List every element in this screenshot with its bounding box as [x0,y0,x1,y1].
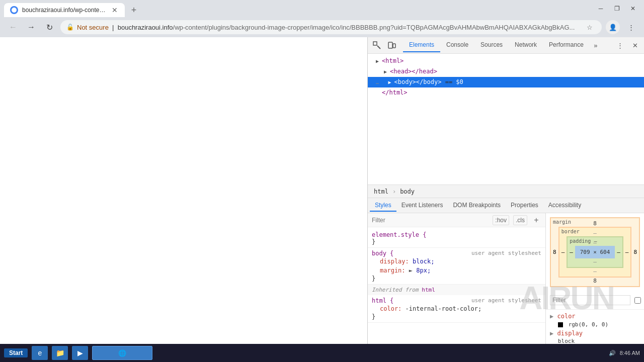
box-model-content: 709 × 604 [575,246,615,258]
computed-filter-input[interactable] [550,295,630,305]
more-tabs-button[interactable]: » [590,38,602,52]
url-path: /wp-content/plugins/background-image-cro… [173,24,575,31]
device-toolbar-button[interactable] [385,38,399,52]
svg-rect-2 [388,42,392,48]
dom-line-head[interactable]: ▶<head></head> [368,66,644,77]
tab-performance[interactable]: Performance [543,38,590,52]
back-button[interactable]: ← [6,20,20,34]
css-rule-body: body { user agent stylesheet display: bl… [368,248,545,285]
profile-button[interactable]: 👤 [606,20,620,34]
taskbar-tray: 🔊 8:46 AM [609,350,640,356]
svg-rect-3 [393,44,395,48]
taskbar-media-button[interactable]: ▶ [72,346,88,360]
taskbar-chrome-button[interactable]: 🌐 [92,346,152,360]
devtools-tabs: Elements Console Sources Network Perform… [403,38,613,52]
tab-close-button[interactable]: ✕ [111,6,119,14]
add-style-button[interactable]: + [531,215,541,225]
styles-left: :hov .cls + element.style { } [368,213,546,344]
styles-right: margin 8 8 border – – [546,213,644,344]
css-prop-color: color: -internal-root-color; [372,304,541,313]
expand-display-arrow[interactable]: ▶ [550,330,553,337]
maximize-button[interactable]: ❐ [610,4,624,14]
subtab-styles[interactable]: Styles [370,200,396,212]
css-source-body: user agent stylesheet [471,250,541,256]
devtools-icons [370,38,399,52]
box-model-border-right: – [625,249,629,255]
element-breadcrumb: html › body [368,185,644,198]
css-close-brace: } [372,238,375,245]
box-model-border-label: border [561,229,580,234]
box-model: margin 8 8 border – – [546,213,644,291]
title-bar: bouchraziraoui.info/wp-content/plug... ✕… [0,0,644,17]
box-model-border-left: – [561,249,565,255]
css-prop-display: display: block; [372,257,541,266]
sub-tabs: Styles Event Listeners DOM Breakpoints P… [368,198,644,213]
dom-inspector: ▶<html> ▶<head></head> … ▶<body></body> … [368,54,644,185]
dom-line-html[interactable]: ▶<html> [368,56,644,66]
security-icon: 🔓 [66,24,74,31]
box-model-padding-right: – [617,249,620,255]
subtab-properties[interactable]: Properties [506,200,543,212]
close-button[interactable]: ✕ [626,4,640,14]
address-bar: ← → ↻ 🔓 Not secure | bouchraziraoui.info… [0,17,644,37]
styles-panel: :hov .cls + element.style { } [368,213,644,344]
devtools-actions: ⋮ ✕ [613,38,642,52]
computed-color-value: rgb(0, 0, 0) [550,321,640,329]
box-model-border-bottom: – [561,268,629,275]
subtab-event-listeners[interactable]: Event Listeners [396,200,448,212]
css-selector-body: body { [372,250,393,257]
box-model-margin-label: margin [553,219,571,225]
chrome-icon: 🌐 [118,349,126,357]
devtools-topbar: Elements Console Sources Network Perform… [368,37,644,54]
chrome-menu-button[interactable]: ⋮ [624,20,638,34]
hov-pseudo-button[interactable]: :hov [493,215,509,225]
start-button[interactable]: Start [4,348,28,357]
filter-bar: :hov .cls + [368,213,545,227]
taskbar-folder-button[interactable]: 📁 [52,346,68,360]
color-swatch [558,322,563,327]
box-model-margin-bottom: 8 [553,278,637,284]
tab-elements[interactable]: Elements [403,38,440,52]
tab-console[interactable]: Console [440,38,474,52]
inspect-element-button[interactable] [370,38,384,52]
bottom-panel: html › body Styles Event Listeners DOM B… [368,185,644,344]
minimize-button[interactable]: ─ [594,4,608,14]
clock: 8:46 AM [620,350,640,356]
show-all-checkbox[interactable] [634,297,641,304]
folder-icon: 📁 [56,349,64,357]
url-origin: bouchraziraoui.info [118,24,173,31]
css-rules: element.style { } body { user agent styl… [368,227,545,344]
tab-sources[interactable]: Sources [474,38,509,52]
breadcrumb-html[interactable]: html [372,187,390,196]
subtab-accessibility[interactable]: Accessibility [543,200,586,212]
breadcrumb-body[interactable]: body [398,187,417,196]
css-rule-element-style: element.style { } [368,229,545,248]
ie-icon: e [38,349,42,357]
forward-button[interactable]: → [24,20,38,34]
subtab-dom-breakpoints[interactable]: DOM Breakpoints [448,200,506,212]
inherited-from-html: Inherited from html [368,285,545,295]
expand-color-arrow[interactable]: ▶ [550,313,553,320]
bookmark-button[interactable]: ☆ [584,21,596,33]
taskbar-ie-button[interactable]: e [32,346,48,360]
reload-button[interactable]: ↻ [42,20,56,34]
new-tab-button[interactable]: + [127,3,141,17]
taskbar: Start e 📁 ▶ 🌐 🔊 8:46 AM [0,344,644,362]
dom-line-body[interactable]: … ▶<body></body> == $0 [368,77,644,87]
css-close-brace-body: } [372,275,375,282]
devtools-settings-button[interactable]: ⋮ [613,38,627,52]
computed-prop-display: ▶ display [550,329,640,338]
url-bar[interactable]: 🔓 Not secure | bouchraziraoui.info/wp-co… [60,20,602,34]
browser-tab[interactable]: bouchraziraoui.info/wp-content/plug... ✕ [4,3,125,17]
devtools-close-button[interactable]: ✕ [628,38,642,52]
tab-network[interactable]: Network [509,38,543,52]
css-prop-margin: margin: ► 8px; [372,266,541,275]
dom-line-html-close[interactable]: ▶</html> [368,87,644,98]
computed-prop-color: ▶ color [550,312,640,321]
css-close-brace-html: } [372,313,375,320]
cls-button[interactable]: .cls [513,215,527,225]
box-model-margin-left: 8 [553,249,556,255]
security-label: Not secure [77,24,109,31]
prop-name-color: color [557,313,575,320]
styles-filter-input[interactable] [372,217,489,224]
